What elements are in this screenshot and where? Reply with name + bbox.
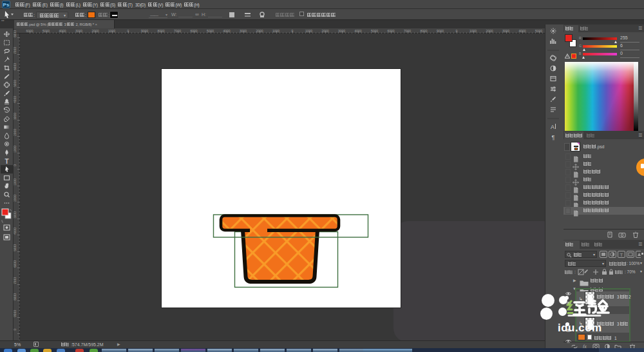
svg-text:T: T: [5, 158, 8, 165]
svg-text:A: A: [551, 124, 554, 130]
svg-text:¶: ¶: [552, 134, 555, 141]
svg-text:T: T: [620, 252, 623, 258]
